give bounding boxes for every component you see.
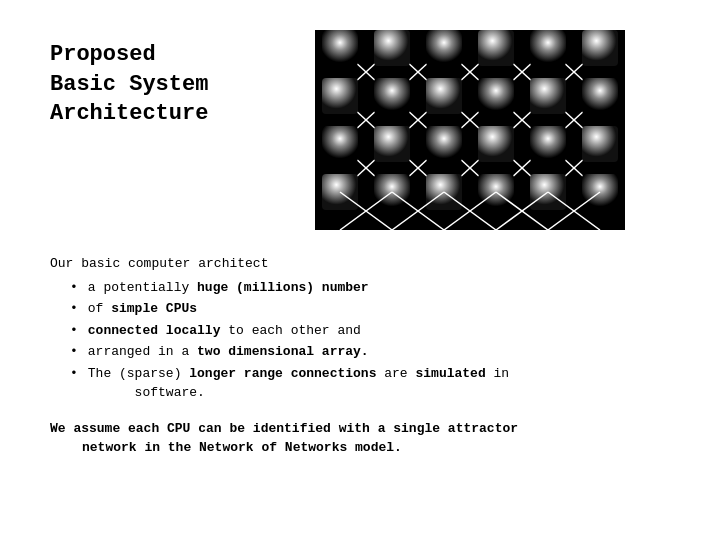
title-line2: Basic System — [50, 72, 208, 97]
svg-rect-43 — [322, 126, 358, 162]
svg-rect-47 — [530, 126, 566, 162]
top-section: Proposed Basic System Architecture — [50, 30, 670, 230]
svg-rect-0 — [315, 30, 625, 230]
bullet-icon: • — [70, 278, 78, 298]
bottom-paragraph: We assume each CPU can be identified wit… — [50, 419, 670, 458]
bottom-line1: We assume each CPU can be identified wit… — [50, 421, 518, 436]
svg-rect-32 — [374, 30, 410, 66]
svg-rect-38 — [374, 78, 410, 114]
svg-rect-39 — [426, 78, 462, 114]
svg-rect-42 — [582, 78, 618, 114]
svg-rect-40 — [478, 78, 514, 114]
svg-rect-37 — [322, 78, 358, 114]
bullet-icon: • — [70, 321, 78, 341]
title-line3: Architecture — [50, 101, 208, 126]
bullet-icon: • — [70, 342, 78, 362]
svg-rect-48 — [582, 126, 618, 162]
svg-rect-34 — [478, 30, 514, 66]
svg-rect-33 — [426, 30, 462, 66]
bullet-list: • a potentially huge (millions) number •… — [70, 278, 670, 403]
list-item: • arranged in a two dimensional array. — [70, 342, 670, 362]
svg-rect-31 — [322, 30, 358, 66]
bullet-text-2: of simple CPUs — [88, 299, 197, 319]
grid-diagram: // We'll do this purely with SVG element… — [315, 30, 625, 230]
bottom-line2: network in the Network of Networks model… — [50, 438, 670, 458]
intro-line: Our basic computer architect — [50, 254, 670, 274]
list-item: • The (sparse) longer range connections … — [70, 364, 670, 403]
svg-rect-45 — [426, 126, 462, 162]
svg-rect-35 — [530, 30, 566, 66]
grid-container: // We'll do this purely with SVG element… — [250, 30, 670, 230]
title-line1: Proposed — [50, 42, 156, 67]
intro-text: Our basic computer architect — [50, 256, 268, 271]
list-item: • of simple CPUs — [70, 299, 670, 319]
svg-rect-41 — [530, 78, 566, 114]
bullet-text-1: a potentially huge (millions) number — [88, 278, 369, 298]
svg-rect-44 — [374, 126, 410, 162]
bullet-icon: • — [70, 299, 78, 319]
bullet-icon: • — [70, 364, 78, 384]
title-block: Proposed Basic System Architecture — [50, 30, 250, 129]
bullet-text-5: The (sparse) longer range connections ar… — [88, 364, 509, 403]
bullet-text-3: connected locally to each other and — [88, 321, 361, 341]
content-section: Our basic computer architect • a potenti… — [50, 254, 670, 458]
slide: Proposed Basic System Architecture — [0, 0, 720, 540]
svg-rect-36 — [582, 30, 618, 66]
list-item: • a potentially huge (millions) number — [70, 278, 670, 298]
slide-title: Proposed Basic System Architecture — [50, 40, 250, 129]
svg-rect-46 — [478, 126, 514, 162]
bullet-text-4: arranged in a two dimensional array. — [88, 342, 369, 362]
list-item: • connected locally to each other and — [70, 321, 670, 341]
